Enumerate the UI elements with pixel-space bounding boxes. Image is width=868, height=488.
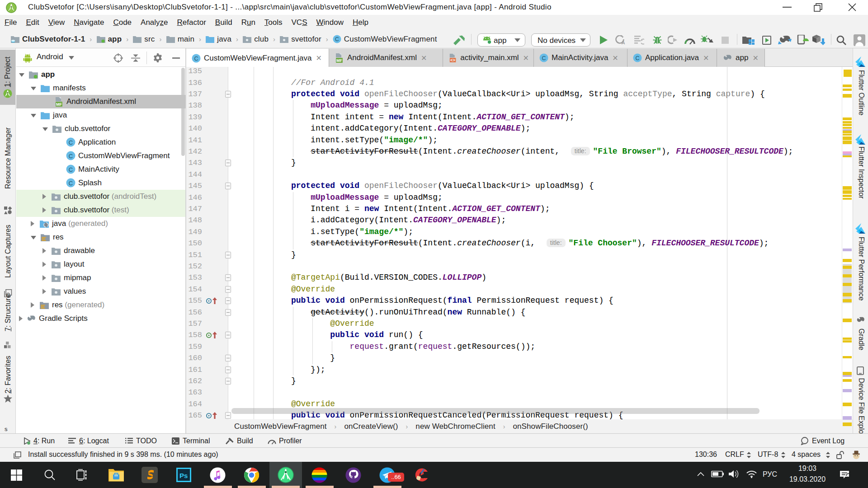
svg-text:MF: MF: [336, 58, 342, 63]
svg-text:A: A: [622, 40, 625, 45]
svg-text:C: C: [335, 36, 339, 42]
svg-text:C: C: [542, 55, 546, 61]
svg-text:C: C: [69, 153, 73, 160]
svg-text:C: C: [636, 55, 640, 61]
svg-text:MF: MF: [56, 102, 62, 107]
svg-text:C: C: [69, 139, 73, 146]
svg-text:C: C: [69, 166, 73, 173]
svg-text:C: C: [194, 55, 198, 61]
svg-text:<>: <>: [450, 57, 455, 62]
svg-text:Ps: Ps: [179, 472, 188, 479]
svg-text:C: C: [69, 180, 73, 187]
